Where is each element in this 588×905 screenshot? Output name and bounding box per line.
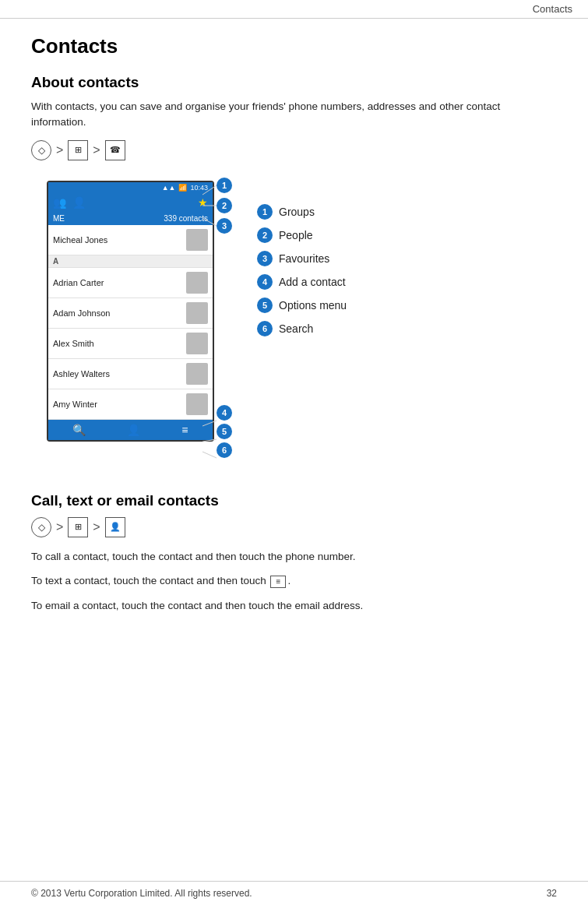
footer-page-number: 32 [547,888,557,899]
favourites-tab-icon[interactable]: ★ [198,196,208,209]
call-text-3: To email a contact, touch the contact an… [31,600,363,611]
call-line-2: To text a contact, touch the contact and… [31,572,557,590]
nav-sep-2: > [93,143,100,157]
legend-item-1: 1 Groups [257,204,347,220]
legend-label-4: Add a contact [279,276,346,288]
copyright-text: © 2013 Vertu Corporation Limited. All ri… [31,888,252,899]
legend-label-3: Favourites [279,252,329,265]
phone-wrapper: ▲▲ 📶 10:43 👥 👤 ★ ME 339 contacts [31,173,234,469]
top-bar: Contacts [0,0,588,19]
contact-icon: ☎ [105,140,125,160]
list-item[interactable]: Ashley Walters [48,359,213,389]
legend-badge-6: 6 [257,321,273,336]
alex-smith-contact: Alex Smith [53,339,181,348]
nav-sep-1: > [56,143,63,157]
nav-sep-4: > [93,520,100,534]
legend-badge-4: 4 [257,274,273,290]
phone-section: ▲▲ 📶 10:43 👥 👤 ★ ME 339 contacts [31,173,557,469]
legend-label-2: People [279,229,313,241]
legend-label-1: Groups [279,206,315,218]
add-contact-icon[interactable]: 👤 [127,424,140,436]
call-section-heading: Call, text or email contacts [31,492,557,509]
list-item[interactable]: Micheal Jones [48,225,213,255]
legend-badge-3: 3 [257,251,273,266]
page-title: Contacts [31,34,557,58]
nav-path-2: ◇ > ⊞ > 👤 [31,517,557,537]
nav-path: ◇ > ⊞ > ☎ [31,140,557,160]
wifi-icon: 📶 [178,184,187,192]
phone-statusbar: ▲▲ 📶 10:43 [48,182,213,193]
legend-label-6: Search [279,322,313,335]
avatar [186,363,208,385]
contact-name: Amy Winter [53,400,181,409]
home-icon: ◇ [31,140,51,160]
legend-badge-1: 1 [257,204,273,220]
avatar [186,393,208,415]
grid-icon: ⊞ [68,140,88,160]
list-item[interactable]: Adam Johnson [48,298,213,329]
grid-icon-2: ⊞ [68,517,88,537]
about-intro: With contacts, you can save and organise… [31,99,557,131]
callout-badge-1: 1 [217,178,232,193]
legend-item-5: 5 Options menu [257,298,347,313]
contact-name: Ashley Walters [53,369,181,379]
phone-tabs: 👥 👤 ★ [48,193,213,212]
home-icon-2: ◇ [31,517,51,537]
contact-name: Adam Johnson [53,308,181,318]
avatar [186,333,208,354]
time-display: 10:43 [190,184,208,192]
legend-item-6: 6 Search [257,321,347,336]
section-letter: A [53,257,58,266]
svg-line-5 [202,452,217,458]
list-item[interactable]: Amy Winter [48,389,213,420]
avatar [186,229,208,251]
footer: © 2013 Vertu Corporation Limited. All ri… [0,881,588,905]
list-item: A [48,255,213,268]
callout-badge-2: 2 [217,198,232,213]
callout-badge-5: 5 [217,424,232,439]
contact-name: Micheal Jones [53,235,181,245]
signal-icon: ▲▲ [162,184,176,192]
call-line-1: To call a contact, touch the contact and… [31,548,557,565]
legend-label-5: Options menu [279,299,347,312]
legend-item-4: 4 Add a contact [257,274,347,290]
main-content: Contacts About contacts With contacts, y… [0,19,588,637]
phone-me-row: ME 339 contacts [48,212,213,225]
phone-bottombar: 🔍 👤 ≡ [48,420,213,440]
legend-badge-2: 2 [257,227,273,243]
avatar [186,302,208,324]
legend-item-3: 3 Favourites [257,251,347,266]
phone-screen: ▲▲ 📶 10:43 👥 👤 ★ ME 339 contacts [47,181,214,442]
callout-badge-4: 4 [217,405,232,421]
legend-badge-5: 5 [257,298,273,313]
contact-name: Adrian Carter [53,278,181,287]
nav-sep-3: > [56,520,63,534]
call-text-1: To call a contact, touch the contact and… [31,551,356,562]
groups-tab-icon[interactable]: 👥 [53,196,66,209]
legend: 1 Groups 2 People 3 Favourites 4 Add a c… [257,173,347,336]
text-message-icon: ≡ [270,576,286,588]
call-text-2: To text a contact, touch the contact and… [31,575,269,586]
people-tab-icon[interactable]: 👤 [72,196,86,209]
list-item[interactable]: Adrian Carter [48,268,213,298]
callout-badge-6: 6 [217,442,232,458]
options-menu-icon[interactable]: ≡ [181,424,188,436]
me-label: ME [53,214,65,223]
callout-badge-3: 3 [217,218,232,234]
legend-item-2: 2 People [257,227,347,243]
about-heading: About contacts [31,74,557,91]
contact-count: 339 contacts [164,214,208,223]
search-bottom-icon[interactable]: 🔍 [72,424,86,436]
list-item[interactable]: Alex Smith [48,329,213,359]
call-text-2b: . [287,575,290,586]
call-line-3: To email a contact, touch the contact an… [31,597,557,614]
header-title: Contacts [533,3,572,15]
avatar [186,272,208,294]
person-icon-2: 👤 [105,517,125,537]
